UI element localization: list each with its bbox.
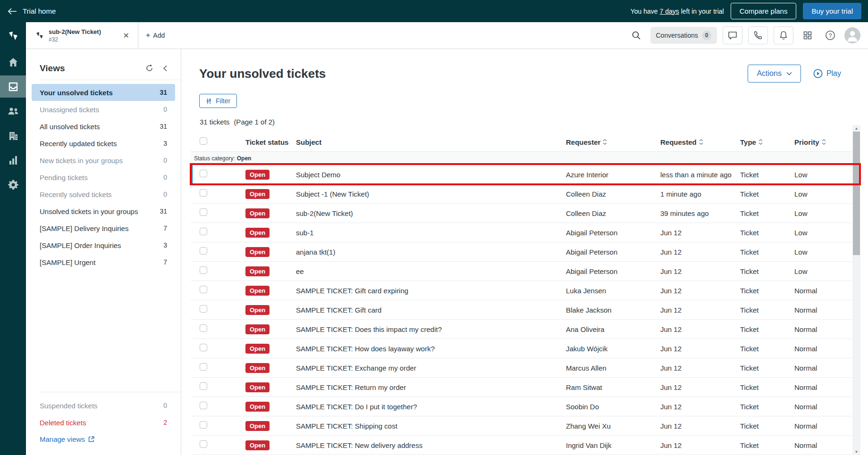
view-item[interactable]: Deleted tickets 2 xyxy=(32,414,175,431)
table-row[interactable]: Open SAMPLE TICKET: Does this impact my … xyxy=(191,320,852,339)
row-checkbox[interactable] xyxy=(200,170,207,177)
table-row[interactable]: Open Subject -1 (New Ticket) Colleen Dia… xyxy=(191,184,852,204)
row-checkbox[interactable] xyxy=(200,363,207,371)
select-all-checkbox[interactable] xyxy=(200,137,207,145)
play-button[interactable]: Play xyxy=(813,69,841,78)
table-row[interactable]: Open SAMPLE TICKET: How does layaway wor… xyxy=(191,339,852,358)
customers-icon xyxy=(7,106,19,117)
manage-views-link[interactable]: Manage views xyxy=(32,431,175,447)
row-checkbox[interactable] xyxy=(200,208,207,216)
scroll-up-icon[interactable]: ▲ xyxy=(852,125,860,132)
scroll-down-icon[interactable]: ▼ xyxy=(852,448,860,455)
requested-cell: Jun 12 xyxy=(660,422,740,430)
table-row[interactable]: Open ee Abigail Peterson Jun 12 Ticket L… xyxy=(191,262,852,281)
table-row[interactable]: Open SAMPLE TICKET: Exchange my order Ma… xyxy=(191,358,852,378)
actions-button[interactable]: Actions xyxy=(748,65,801,83)
row-checkbox[interactable] xyxy=(200,344,207,351)
table-row[interactable]: Open anjana tkt(1) Abigail Peterson Jun … xyxy=(191,242,852,262)
bell-icon[interactable] xyxy=(774,26,793,44)
chat-icon[interactable] xyxy=(723,26,742,44)
status-badge: Open xyxy=(245,266,270,276)
sidebar-item-customers[interactable] xyxy=(0,100,26,122)
trial-home-link[interactable]: Trial home xyxy=(23,7,56,15)
table-row[interactable]: Open SAMPLE TICKET: Gift card Blake Jack… xyxy=(191,300,852,320)
column-requester[interactable]: Requester xyxy=(566,138,660,146)
view-item[interactable]: [SAMPLE] Delivery Inquiries 7 xyxy=(32,220,175,237)
column-type[interactable]: Type xyxy=(740,138,794,146)
compare-plans-button[interactable]: Compare plans xyxy=(731,3,797,19)
table-row[interactable]: Open SAMPLE TICKET: Gift card expiring L… xyxy=(191,281,852,300)
table-row[interactable]: Open SAMPLE TICKET: Do I put it together… xyxy=(191,397,852,416)
view-item[interactable]: Unassigned tickets 0 xyxy=(32,101,175,118)
view-item[interactable]: Recently updated tickets 3 xyxy=(32,135,175,152)
grid-icon[interactable] xyxy=(799,27,816,44)
status-badge: Open xyxy=(245,402,270,412)
close-icon[interactable]: ✕ xyxy=(119,29,133,42)
status-badge: Open xyxy=(245,247,270,257)
row-checkbox[interactable] xyxy=(200,421,207,429)
requester-cell: Abigail Peterson xyxy=(566,248,660,256)
help-icon[interactable]: ? xyxy=(822,27,839,44)
type-cell: Ticket xyxy=(740,383,794,391)
table-row[interactable]: Open Subject Demo Azure Interior less th… xyxy=(191,165,852,184)
column-requested[interactable]: Requested xyxy=(660,138,740,146)
view-item[interactable]: Suspended tickets 0 xyxy=(32,397,175,414)
priority-cell: Normal xyxy=(794,306,852,314)
scrollbar-thumb[interactable] xyxy=(853,132,860,255)
requester-cell: Luka Jensen xyxy=(566,287,660,295)
sidebar-item-views[interactable] xyxy=(0,75,26,98)
table-row[interactable]: Open SAMPLE TICKET: Return my order Ram … xyxy=(191,378,852,397)
view-item[interactable]: Recently solved tickets 0 xyxy=(32,186,175,203)
back-arrow-icon[interactable] xyxy=(8,8,17,15)
requester-cell: Abigail Peterson xyxy=(566,229,660,237)
type-cell: Ticket xyxy=(740,422,794,430)
sidebar-item-organizations[interactable] xyxy=(0,124,26,147)
collapse-panel-icon[interactable] xyxy=(158,63,172,74)
view-item[interactable]: Your unsolved tickets 31 xyxy=(32,84,175,101)
row-checkbox[interactable] xyxy=(200,440,207,448)
refresh-icon[interactable] xyxy=(141,62,158,74)
row-checkbox[interactable] xyxy=(200,402,207,409)
requested-cell: Jun 12 xyxy=(660,345,740,353)
search-icon[interactable] xyxy=(628,27,645,44)
view-item[interactable]: [SAMPLE] Urgent 7 xyxy=(32,254,175,271)
view-item[interactable]: Pending tickets 0 xyxy=(32,169,175,186)
row-checkbox[interactable] xyxy=(200,305,207,313)
row-checkbox[interactable] xyxy=(200,228,207,235)
type-cell: Ticket xyxy=(740,190,794,198)
buy-trial-button[interactable]: Buy your trial xyxy=(803,3,861,19)
table-row[interactable]: Open sub-1 Abigail Peterson Jun 12 Ticke… xyxy=(191,223,852,242)
view-item[interactable]: Unsolved tickets in your groups 31 xyxy=(32,203,175,220)
table-row[interactable]: Open SAMPLE TICKET: New delivery address… xyxy=(191,436,852,455)
row-checkbox[interactable] xyxy=(200,189,207,197)
avatar[interactable] xyxy=(844,27,860,43)
sidebar-item-admin[interactable] xyxy=(0,174,26,196)
table-row[interactable]: Open sub-2(New Ticket) Colleen Diaz 39 m… xyxy=(191,204,852,223)
ticket-tab[interactable]: sub-2(New Ticket) #32 ✕ xyxy=(26,22,138,49)
phone-icon[interactable] xyxy=(748,26,768,44)
sort-icon xyxy=(758,139,763,145)
view-item-label: [SAMPLE] Delivery Inquiries xyxy=(40,224,128,232)
filter-button[interactable]: Filter xyxy=(199,94,237,108)
view-item[interactable]: All unsolved tickets 31 xyxy=(32,118,175,135)
zendesk-logo-icon[interactable] xyxy=(0,22,26,49)
row-checkbox[interactable] xyxy=(200,247,207,255)
subject-cell: SAMPLE TICKET: Shipping cost xyxy=(296,422,566,430)
row-checkbox[interactable] xyxy=(200,286,207,293)
sidebar-item-reporting[interactable] xyxy=(0,149,26,171)
sidebar-item-home[interactable] xyxy=(0,51,26,73)
subject-cell: SAMPLE TICKET: Gift card expiring xyxy=(296,287,566,295)
conversations-button[interactable]: Conversations 0 xyxy=(650,27,717,44)
table-row[interactable]: Open SAMPLE TICKET: Shipping cost Zhang … xyxy=(191,416,852,436)
row-checkbox[interactable] xyxy=(200,382,207,390)
view-item-label: New tickets in your groups xyxy=(40,157,123,165)
column-priority[interactable]: Priority xyxy=(794,138,852,146)
view-item[interactable]: New tickets in your groups 0 xyxy=(32,152,175,169)
add-tab-button[interactable]: + Add xyxy=(138,22,172,49)
priority-cell: Normal xyxy=(794,345,852,353)
table-scrollbar[interactable]: ▲ ▼ xyxy=(852,125,860,455)
status-category-row: Status category:Open xyxy=(191,151,852,165)
row-checkbox[interactable] xyxy=(200,266,207,274)
row-checkbox[interactable] xyxy=(200,324,207,332)
view-item[interactable]: [SAMPLE] Order Inquiries 3 xyxy=(32,237,175,254)
